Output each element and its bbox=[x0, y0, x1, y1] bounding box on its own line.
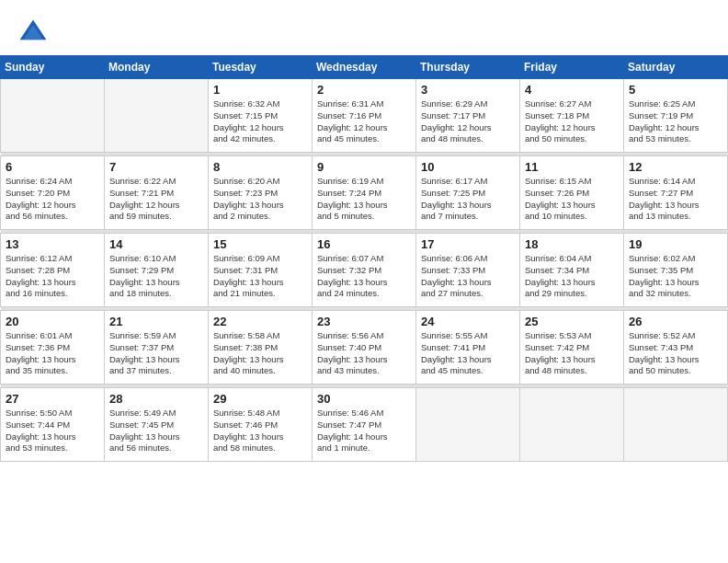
day-info: Sunrise: 5:46 AM Sunset: 7:47 PM Dayligh… bbox=[317, 408, 411, 454]
day-number: 15 bbox=[213, 237, 307, 251]
calendar-cell: 22Sunrise: 5:58 AM Sunset: 7:38 PM Dayli… bbox=[209, 311, 313, 385]
weekday-header-saturday: Saturday bbox=[624, 56, 728, 79]
day-number: 5 bbox=[629, 83, 722, 97]
day-number: 20 bbox=[6, 315, 99, 328]
day-number: 16 bbox=[317, 237, 411, 251]
weekday-header-row: SundayMondayTuesdayWednesdayThursdayFrid… bbox=[1, 56, 728, 79]
calendar-cell: 27Sunrise: 5:50 AM Sunset: 7:44 PM Dayli… bbox=[1, 388, 105, 462]
day-info: Sunrise: 6:09 AM Sunset: 7:31 PM Dayligh… bbox=[213, 253, 307, 300]
weekday-header-tuesday: Tuesday bbox=[209, 56, 313, 79]
calendar-cell: 16Sunrise: 6:07 AM Sunset: 7:32 PM Dayli… bbox=[313, 234, 416, 307]
calendar-cell: 15Sunrise: 6:09 AM Sunset: 7:31 PM Dayli… bbox=[209, 234, 313, 307]
day-number: 12 bbox=[629, 160, 722, 174]
calendar-cell bbox=[416, 388, 520, 462]
calendar-week-row: 13Sunrise: 6:12 AM Sunset: 7:28 PM Dayli… bbox=[1, 234, 728, 307]
calendar-cell bbox=[520, 388, 624, 462]
day-number: 6 bbox=[6, 160, 99, 174]
calendar-cell: 2Sunrise: 6:31 AM Sunset: 7:16 PM Daylig… bbox=[313, 79, 416, 153]
calendar-cell bbox=[105, 79, 209, 153]
weekday-header-sunday: Sunday bbox=[1, 56, 105, 79]
calendar-cell: 5Sunrise: 6:25 AM Sunset: 7:19 PM Daylig… bbox=[624, 79, 728, 153]
day-info: Sunrise: 5:53 AM Sunset: 7:42 PM Dayligh… bbox=[525, 330, 619, 377]
calendar-cell: 25Sunrise: 5:53 AM Sunset: 7:42 PM Dayli… bbox=[520, 311, 624, 385]
logo-icon bbox=[17, 17, 50, 50]
day-info: Sunrise: 6:27 AM Sunset: 7:18 PM Dayligh… bbox=[525, 98, 619, 145]
day-info: Sunrise: 6:12 AM Sunset: 7:28 PM Dayligh… bbox=[6, 253, 99, 300]
calendar-cell: 11Sunrise: 6:15 AM Sunset: 7:26 PM Dayli… bbox=[520, 156, 624, 230]
calendar-cell: 18Sunrise: 6:04 AM Sunset: 7:34 PM Dayli… bbox=[520, 234, 624, 307]
calendar-cell: 29Sunrise: 5:48 AM Sunset: 7:46 PM Dayli… bbox=[209, 388, 313, 462]
day-info: Sunrise: 6:20 AM Sunset: 7:23 PM Dayligh… bbox=[213, 176, 307, 223]
day-number: 23 bbox=[317, 315, 411, 328]
day-number: 2 bbox=[317, 83, 411, 97]
day-number: 10 bbox=[421, 160, 515, 174]
calendar-cell: 3Sunrise: 6:29 AM Sunset: 7:17 PM Daylig… bbox=[416, 79, 520, 153]
day-info: Sunrise: 5:50 AM Sunset: 7:44 PM Dayligh… bbox=[6, 408, 99, 454]
page-header bbox=[0, 0, 728, 55]
day-number: 18 bbox=[525, 237, 619, 251]
day-number: 4 bbox=[525, 83, 619, 97]
calendar-week-row: 27Sunrise: 5:50 AM Sunset: 7:44 PM Dayli… bbox=[1, 388, 728, 462]
day-number: 7 bbox=[109, 160, 203, 174]
day-info: Sunrise: 6:17 AM Sunset: 7:25 PM Dayligh… bbox=[421, 176, 515, 223]
calendar-cell: 12Sunrise: 6:14 AM Sunset: 7:27 PM Dayli… bbox=[624, 156, 728, 230]
calendar-table: SundayMondayTuesdayWednesdayThursdayFrid… bbox=[0, 55, 728, 462]
calendar-cell bbox=[624, 388, 728, 462]
day-info: Sunrise: 6:25 AM Sunset: 7:19 PM Dayligh… bbox=[629, 98, 722, 145]
calendar-cell: 4Sunrise: 6:27 AM Sunset: 7:18 PM Daylig… bbox=[520, 79, 624, 153]
day-info: Sunrise: 6:14 AM Sunset: 7:27 PM Dayligh… bbox=[629, 176, 722, 223]
weekday-header-wednesday: Wednesday bbox=[313, 56, 416, 79]
calendar-cell: 10Sunrise: 6:17 AM Sunset: 7:25 PM Dayli… bbox=[416, 156, 520, 230]
day-info: Sunrise: 6:06 AM Sunset: 7:33 PM Dayligh… bbox=[421, 253, 515, 300]
day-number: 13 bbox=[6, 237, 99, 251]
day-info: Sunrise: 6:24 AM Sunset: 7:20 PM Dayligh… bbox=[6, 176, 99, 223]
logo bbox=[17, 17, 55, 50]
calendar-cell: 13Sunrise: 6:12 AM Sunset: 7:28 PM Dayli… bbox=[1, 234, 105, 307]
day-info: Sunrise: 5:58 AM Sunset: 7:38 PM Dayligh… bbox=[213, 330, 307, 377]
day-info: Sunrise: 5:52 AM Sunset: 7:43 PM Dayligh… bbox=[629, 330, 722, 377]
calendar-cell: 23Sunrise: 5:56 AM Sunset: 7:40 PM Dayli… bbox=[313, 311, 416, 385]
day-number: 17 bbox=[421, 237, 515, 251]
calendar-cell: 19Sunrise: 6:02 AM Sunset: 7:35 PM Dayli… bbox=[624, 234, 728, 307]
calendar-cell: 24Sunrise: 5:55 AM Sunset: 7:41 PM Dayli… bbox=[416, 311, 520, 385]
calendar-cell: 26Sunrise: 5:52 AM Sunset: 7:43 PM Dayli… bbox=[624, 311, 728, 385]
day-number: 27 bbox=[6, 392, 99, 406]
day-info: Sunrise: 5:55 AM Sunset: 7:41 PM Dayligh… bbox=[421, 330, 515, 377]
day-number: 30 bbox=[317, 392, 411, 406]
day-number: 29 bbox=[213, 392, 307, 406]
calendar-cell: 30Sunrise: 5:46 AM Sunset: 7:47 PM Dayli… bbox=[313, 388, 416, 462]
weekday-header-friday: Friday bbox=[520, 56, 624, 79]
calendar-cell bbox=[1, 79, 105, 153]
calendar-cell: 9Sunrise: 6:19 AM Sunset: 7:24 PM Daylig… bbox=[313, 156, 416, 230]
day-info: Sunrise: 6:19 AM Sunset: 7:24 PM Dayligh… bbox=[317, 176, 411, 223]
day-info: Sunrise: 6:29 AM Sunset: 7:17 PM Dayligh… bbox=[421, 98, 515, 145]
calendar-cell: 7Sunrise: 6:22 AM Sunset: 7:21 PM Daylig… bbox=[105, 156, 209, 230]
day-info: Sunrise: 6:32 AM Sunset: 7:15 PM Dayligh… bbox=[213, 98, 307, 145]
day-number: 21 bbox=[109, 315, 203, 328]
day-info: Sunrise: 6:04 AM Sunset: 7:34 PM Dayligh… bbox=[525, 253, 619, 300]
day-number: 26 bbox=[629, 315, 722, 328]
day-number: 11 bbox=[525, 160, 619, 174]
day-info: Sunrise: 6:15 AM Sunset: 7:26 PM Dayligh… bbox=[525, 176, 619, 223]
calendar-cell: 8Sunrise: 6:20 AM Sunset: 7:23 PM Daylig… bbox=[209, 156, 313, 230]
calendar-week-row: 6Sunrise: 6:24 AM Sunset: 7:20 PM Daylig… bbox=[1, 156, 728, 230]
day-number: 1 bbox=[213, 83, 307, 97]
day-info: Sunrise: 6:10 AM Sunset: 7:29 PM Dayligh… bbox=[109, 253, 203, 300]
day-number: 14 bbox=[109, 237, 203, 251]
day-number: 3 bbox=[421, 83, 515, 97]
weekday-header-thursday: Thursday bbox=[416, 56, 520, 79]
day-info: Sunrise: 6:31 AM Sunset: 7:16 PM Dayligh… bbox=[317, 98, 411, 145]
calendar-week-row: 1Sunrise: 6:32 AM Sunset: 7:15 PM Daylig… bbox=[1, 79, 728, 153]
day-number: 19 bbox=[629, 237, 722, 251]
calendar-cell: 6Sunrise: 6:24 AM Sunset: 7:20 PM Daylig… bbox=[1, 156, 105, 230]
day-number: 28 bbox=[109, 392, 203, 406]
calendar-cell: 14Sunrise: 6:10 AM Sunset: 7:29 PM Dayli… bbox=[105, 234, 209, 307]
calendar-cell: 21Sunrise: 5:59 AM Sunset: 7:37 PM Dayli… bbox=[105, 311, 209, 385]
day-number: 8 bbox=[213, 160, 307, 174]
calendar-week-row: 20Sunrise: 6:01 AM Sunset: 7:36 PM Dayli… bbox=[1, 311, 728, 385]
calendar-cell: 20Sunrise: 6:01 AM Sunset: 7:36 PM Dayli… bbox=[1, 311, 105, 385]
day-number: 25 bbox=[525, 315, 619, 328]
calendar-cell: 28Sunrise: 5:49 AM Sunset: 7:45 PM Dayli… bbox=[105, 388, 209, 462]
day-number: 24 bbox=[421, 315, 515, 328]
day-info: Sunrise: 6:07 AM Sunset: 7:32 PM Dayligh… bbox=[317, 253, 411, 300]
